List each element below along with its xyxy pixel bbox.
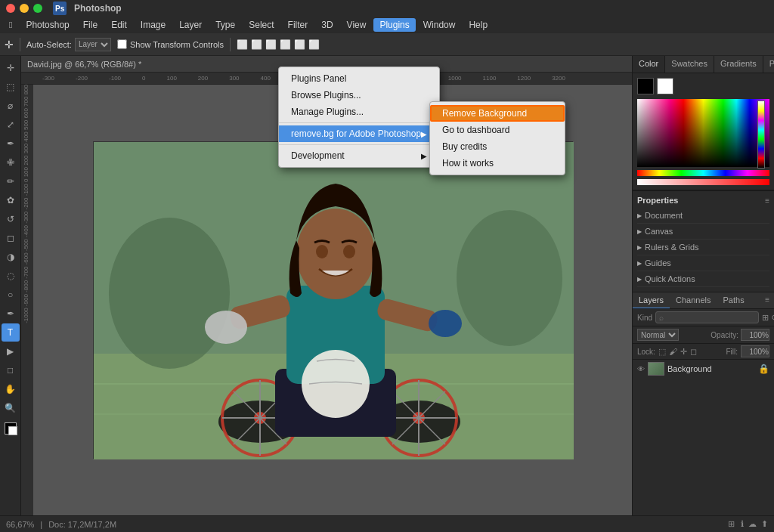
development-arrow: ▶: [421, 152, 427, 160]
menu-photoshop[interactable]: Photoshop: [20, 18, 75, 32]
menu-go-to-dashboard[interactable]: Go to dashboard: [430, 122, 565, 138]
menu-filter[interactable]: Filter: [282, 18, 314, 32]
menu-browse-plugins[interactable]: Browse Plugins...: [279, 87, 439, 104]
minimize-button[interactable]: [20, 4, 29, 13]
menu-how-it-works[interactable]: How it works: [430, 155, 565, 172]
menu-development[interactable]: Development ▶: [279, 147, 439, 164]
menu-edit[interactable]: Edit: [105, 18, 133, 32]
menu-view[interactable]: View: [341, 18, 373, 32]
menu-image[interactable]: Image: [135, 18, 172, 32]
menu-window[interactable]: Window: [417, 18, 462, 32]
menu-file[interactable]: File: [77, 18, 104, 32]
title-bar: Ps Photoshop: [0, 0, 774, 17]
menu-apple[interactable]: : [3, 18, 18, 32]
app-name: Photoshop: [74, 3, 122, 14]
photoshop-icon: Ps: [53, 2, 67, 15]
svg-text:Ps: Ps: [55, 5, 65, 13]
menu-3d[interactable]: 3D: [315, 18, 339, 32]
menu-plugins-panel[interactable]: Plugins Panel: [279, 70, 439, 87]
menu-select[interactable]: Select: [243, 18, 280, 32]
close-button[interactable]: [6, 4, 15, 13]
maximize-button[interactable]: [33, 4, 42, 13]
menu-plugins[interactable]: Plugins: [373, 18, 415, 32]
menu-type[interactable]: Type: [209, 18, 241, 32]
plugins-divider-2: [279, 144, 439, 145]
menu-remove-background[interactable]: Remove Background: [430, 105, 565, 122]
plugins-menu: Plugins Panel Browse Plugins... Manage P…: [278, 66, 440, 168]
removebg-arrow: ▶: [421, 130, 427, 138]
menu-manage-plugins[interactable]: Manage Plugins...: [279, 104, 439, 120]
menu-help[interactable]: Help: [463, 18, 494, 32]
removebg-submenu: Remove Background Go to dashboard Buy cr…: [429, 101, 565, 175]
dropdown-overlay: Plugins Panel Browse Plugins... Manage P…: [0, 33, 774, 532]
menu-removebg[interactable]: remove.bg for Adobe Photoshop ▶: [279, 125, 439, 142]
plugins-divider-1: [279, 122, 439, 123]
menu-buy-credits[interactable]: Buy credits: [430, 138, 565, 155]
menu-bar:  Photoshop File Edit Image Layer Type S…: [0, 17, 774, 33]
menu-layer[interactable]: Layer: [173, 18, 208, 32]
